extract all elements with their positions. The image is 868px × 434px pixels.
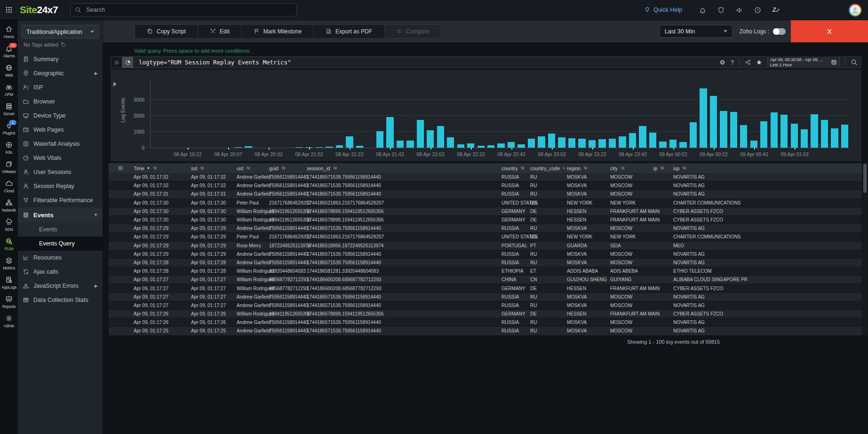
notifications-icon[interactable]	[699, 7, 706, 14]
sidebar-item-isp[interactable]: ISP	[18, 80, 103, 95]
rail-item-reports[interactable]: Reports	[0, 292, 18, 311]
rail-item-rum[interactable]: RUM	[0, 234, 18, 253]
table-row[interactable]: Apr 09, 01:17:26Apr 09, 01:17:26Andrew G…	[109, 318, 862, 327]
sidebar-item-web-pages[interactable]: Web Pages	[18, 123, 103, 137]
table-row[interactable]: Apr 09, 01:17:29Apr 09, 01:17:29Andrew G…	[109, 224, 862, 233]
table-row[interactable]: Apr 09, 01:17:30Apr 09, 01:17:30Peter Pa…	[109, 199, 862, 207]
bar-20[interactable]	[356, 146, 363, 148]
bar-29[interactable]	[447, 137, 454, 148]
sidebar-item-events-query[interactable]: Events Query	[18, 237, 103, 251]
mark-milestone-button[interactable]: Mark Milestone	[242, 25, 314, 38]
bar-38[interactable]	[538, 136, 545, 148]
rail-item-applogs[interactable]: AppLogs	[0, 273, 18, 292]
rail-item-server[interactable]: Server	[0, 99, 18, 118]
clear-query-icon[interactable]	[719, 59, 725, 65]
bar-43[interactable]	[589, 140, 596, 148]
sidebar-item-events[interactable]: Events▼	[18, 207, 103, 222]
bar-65[interactable]	[811, 114, 818, 148]
column-header-time[interactable]: Time▼	[132, 166, 190, 171]
bar-63[interactable]	[791, 124, 798, 148]
edit-button[interactable]: Edit	[198, 25, 242, 38]
bar-8[interactable]	[235, 147, 242, 148]
bar-57[interactable]	[730, 112, 737, 148]
help-icon[interactable]: ?	[754, 7, 761, 14]
tags-row[interactable]: No Tags added	[24, 42, 97, 47]
bar-30[interactable]	[457, 144, 464, 148]
sidebar-item-device-type[interactable]: Device Type	[18, 109, 103, 123]
table-row[interactable]: Apr 09, 01:17:26Apr 09, 01:17:26William …	[109, 310, 862, 318]
column-header-session_id[interactable]: session_id	[305, 166, 500, 171]
bar-61[interactable]	[771, 112, 778, 148]
bar-53[interactable]	[690, 122, 697, 148]
bar-48[interactable]	[639, 126, 646, 148]
bar-14[interactable]	[295, 147, 303, 148]
rail-item-admin[interactable]: Admin	[0, 311, 18, 331]
table-row[interactable]: Apr 09, 01:17:32Apr 09, 01:17:32Andrew G…	[109, 181, 862, 190]
column-header-sst[interactable]: sst	[190, 166, 235, 171]
bar-51[interactable]	[669, 140, 677, 148]
bar-58[interactable]	[740, 125, 747, 148]
bar-66[interactable]	[821, 120, 828, 148]
bar-56[interactable]	[720, 111, 727, 148]
sidebar-item-user-sessions[interactable]: User Sessions	[18, 165, 103, 179]
zoho-apps-icon[interactable]: Z⍻	[772, 7, 778, 13]
query-chart-button[interactable]	[122, 57, 133, 68]
bar-50[interactable]	[659, 142, 666, 148]
rail-item-apm[interactable]: APM	[0, 80, 18, 99]
rail-item-alarms[interactable]: Alarms23	[0, 41, 18, 61]
query-help-icon[interactable]: ?	[731, 59, 734, 66]
scrollbar-thumb[interactable]	[863, 164, 867, 193]
sidebar-item-web-vitals[interactable]: Web Vitals	[18, 151, 103, 165]
sidebar-item-javascript-errors[interactable]: JavaScript Errors▶	[18, 279, 103, 293]
sidebar-item-session-replay[interactable]: Session Replay	[18, 179, 103, 193]
bar-9[interactable]	[245, 146, 252, 148]
column-header-ip[interactable]: ip	[652, 166, 672, 171]
time-range-select[interactable]: Last 30 Min	[660, 25, 733, 38]
column-header-region[interactable]: region	[565, 166, 609, 171]
monitor-selector[interactable]: TraditionalApplication	[22, 25, 99, 39]
bar-35[interactable]	[508, 142, 515, 148]
table-row[interactable]: Apr 09, 01:17:28Apr 09, 01:17:28William …	[109, 267, 862, 276]
sidebar-item-geographic[interactable]: Geographic▶	[18, 66, 103, 80]
bar-55[interactable]	[710, 96, 717, 148]
rail-item-cloud[interactable]: Cloud	[0, 176, 18, 196]
table-row[interactable]: Apr 09, 01:17:27Apr 09, 01:17:27Andrew G…	[109, 301, 862, 310]
column-header-country[interactable]: country	[500, 166, 529, 171]
bar-37[interactable]	[528, 139, 535, 148]
bar-47[interactable]	[629, 133, 636, 148]
export-pdf-button[interactable]: Export as PDF	[314, 25, 384, 38]
bar-59[interactable]	[750, 141, 757, 148]
sidebar-item-browser[interactable]: Browser	[18, 95, 103, 109]
user-avatar[interactable]	[849, 4, 861, 16]
bar-16[interactable]	[316, 147, 323, 148]
share-icon[interactable]	[745, 59, 751, 65]
rail-item-plugins[interactable]: Plugins1	[0, 118, 18, 138]
bar-60[interactable]	[760, 121, 767, 148]
bar-40[interactable]	[558, 137, 565, 148]
copy-script-button[interactable]: Copy Script	[135, 25, 198, 38]
table-row[interactable]: Apr 09, 01:17:29Apr 09, 01:17:29Rose Mer…	[109, 242, 862, 250]
bar-17[interactable]	[326, 147, 333, 148]
table-row[interactable]: Apr 09, 01:17:28Apr 09, 01:17:28Andrew G…	[109, 259, 862, 267]
sidebar-item-ajax-calls[interactable]: Ajax calls	[18, 265, 103, 279]
favorite-icon[interactable]	[756, 59, 762, 65]
bar-23[interactable]	[386, 117, 393, 148]
search-input[interactable]	[85, 6, 292, 14]
bar-41[interactable]	[568, 138, 575, 148]
sort-desc-icon[interactable]: ▼	[147, 166, 150, 170]
bar-68[interactable]	[841, 125, 848, 148]
sidebar-item-events-sub[interactable]: Events	[18, 222, 103, 237]
sidebar-item-waterfall-analysis[interactable]: Waterfall Analysis	[18, 137, 103, 151]
table-row[interactable]: Apr 09, 01:17:27Apr 09, 01:17:27William …	[109, 284, 862, 292]
column-header-country_code[interactable]: country_code	[529, 166, 565, 171]
date-range-picker[interactable]: Apr 09, 00:30:58 - Apr 09, ... Last 1 Ho…	[767, 56, 840, 68]
bar-27[interactable]	[427, 130, 434, 148]
bar-62[interactable]	[780, 115, 788, 148]
bar-67[interactable]	[831, 128, 838, 148]
zoho-logs-toggle[interactable]	[773, 28, 786, 35]
bar-45[interactable]	[609, 139, 616, 148]
table-row[interactable]: Apr 09, 01:17:29Apr 09, 01:17:29Peter Pa…	[109, 233, 862, 241]
bar-31[interactable]	[467, 143, 474, 148]
global-search[interactable]	[70, 3, 297, 16]
rail-item-web[interactable]: Web	[0, 61, 18, 80]
